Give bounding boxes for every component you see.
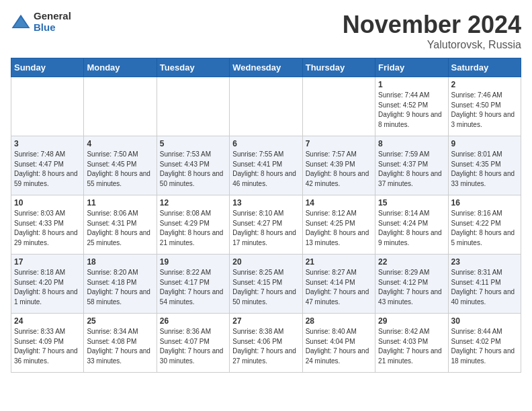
logo-general: General [34, 11, 71, 22]
day-info: Sunrise: 8:03 AMSunset: 4:33 PMDaylight:… [14, 209, 81, 248]
calendar-cell: 14 Sunrise: 8:12 AMSunset: 4:25 PMDaylig… [302, 195, 375, 255]
day-number: 15 [378, 198, 445, 208]
day-info: Sunrise: 8:38 AMSunset: 4:06 PMDaylight:… [232, 327, 299, 366]
day-info: Sunrise: 8:22 AMSunset: 4:17 PMDaylight:… [160, 268, 226, 307]
day-number: 8 [378, 139, 445, 148]
logo-blue: Blue [34, 22, 71, 34]
day-number: 1 [378, 80, 445, 89]
day-number: 2 [451, 80, 518, 89]
calendar-cell: 5 Sunrise: 7:53 AMSunset: 4:43 PMDayligh… [157, 136, 229, 195]
calendar-cell: 28 Sunrise: 8:40 AMSunset: 4:04 PMDaylig… [302, 314, 375, 373]
col-thursday: Thursday [302, 58, 375, 77]
day-info: Sunrise: 7:59 AMSunset: 4:37 PMDaylight:… [378, 150, 445, 189]
day-number: 14 [306, 198, 372, 208]
day-info: Sunrise: 8:12 AMSunset: 4:25 PMDaylight:… [306, 209, 372, 248]
calendar-cell: 4 Sunrise: 7:50 AMSunset: 4:45 PMDayligh… [84, 136, 157, 195]
day-number: 7 [306, 139, 372, 148]
title-month-year: November 2024 [343, 11, 521, 39]
calendar-cell: 7 Sunrise: 7:57 AMSunset: 4:39 PMDayligh… [302, 136, 375, 195]
calendar-cell [11, 77, 84, 136]
calendar-cell: 1 Sunrise: 7:44 AMSunset: 4:52 PMDayligh… [375, 77, 448, 136]
day-number: 4 [87, 139, 153, 148]
day-info: Sunrise: 8:33 AMSunset: 4:09 PMDaylight:… [14, 327, 81, 366]
day-info: Sunrise: 8:20 AMSunset: 4:18 PMDaylight:… [87, 268, 153, 307]
title-location: Yalutorovsk, Russia [343, 39, 521, 51]
day-info: Sunrise: 8:08 AMSunset: 4:29 PMDaylight:… [160, 209, 226, 248]
day-number: 18 [87, 257, 153, 267]
calendar-cell: 13 Sunrise: 8:10 AMSunset: 4:27 PMDaylig… [230, 195, 302, 255]
day-number: 5 [160, 139, 226, 148]
calendar-week-5: 24 Sunrise: 8:33 AMSunset: 4:09 PMDaylig… [11, 314, 521, 373]
col-tuesday: Tuesday [157, 58, 229, 77]
calendar-cell: 25 Sunrise: 8:34 AMSunset: 4:08 PMDaylig… [84, 314, 157, 373]
day-number: 17 [14, 257, 81, 267]
day-number: 24 [14, 316, 81, 326]
day-info: Sunrise: 8:42 AMSunset: 4:03 PMDaylight:… [378, 327, 445, 366]
day-info: Sunrise: 8:34 AMSunset: 4:08 PMDaylight:… [87, 327, 153, 366]
day-info: Sunrise: 8:01 AMSunset: 4:35 PMDaylight:… [451, 150, 518, 189]
logo: General Blue [11, 11, 71, 33]
calendar-cell: 9 Sunrise: 8:01 AMSunset: 4:35 PMDayligh… [448, 136, 521, 195]
day-info: Sunrise: 8:18 AMSunset: 4:20 PMDaylight:… [14, 268, 81, 307]
day-info: Sunrise: 7:44 AMSunset: 4:52 PMDaylight:… [378, 91, 445, 130]
day-info: Sunrise: 8:29 AMSunset: 4:12 PMDaylight:… [378, 268, 445, 307]
day-number: 11 [87, 198, 153, 208]
calendar-week-1: 1 Sunrise: 7:44 AMSunset: 4:52 PMDayligh… [11, 77, 521, 136]
calendar-cell: 19 Sunrise: 8:22 AMSunset: 4:17 PMDaylig… [157, 255, 229, 314]
day-info: Sunrise: 8:10 AMSunset: 4:27 PMDaylight:… [232, 209, 299, 248]
calendar-week-3: 10 Sunrise: 8:03 AMSunset: 4:33 PMDaylig… [11, 195, 521, 255]
calendar-cell: 3 Sunrise: 7:48 AMSunset: 4:47 PMDayligh… [11, 136, 84, 195]
calendar-cell: 11 Sunrise: 8:06 AMSunset: 4:31 PMDaylig… [84, 195, 157, 255]
calendar-cell [84, 77, 157, 136]
calendar-cell: 6 Sunrise: 7:55 AMSunset: 4:41 PMDayligh… [230, 136, 302, 195]
calendar-cell: 21 Sunrise: 8:27 AMSunset: 4:14 PMDaylig… [302, 255, 375, 314]
calendar-cell: 30 Sunrise: 8:44 AMSunset: 4:02 PMDaylig… [448, 314, 521, 373]
day-number: 16 [451, 198, 518, 208]
day-info: Sunrise: 7:50 AMSunset: 4:45 PMDaylight:… [87, 150, 153, 189]
day-number: 25 [87, 316, 153, 326]
day-info: Sunrise: 8:36 AMSunset: 4:07 PMDaylight:… [160, 327, 226, 366]
calendar-cell: 16 Sunrise: 8:16 AMSunset: 4:22 PMDaylig… [448, 195, 521, 255]
day-number: 30 [451, 316, 518, 326]
calendar-cell: 26 Sunrise: 8:36 AMSunset: 4:07 PMDaylig… [157, 314, 229, 373]
day-info: Sunrise: 7:48 AMSunset: 4:47 PMDaylight:… [14, 150, 81, 189]
logo-text: General Blue [34, 11, 71, 33]
calendar-cell: 27 Sunrise: 8:38 AMSunset: 4:06 PMDaylig… [230, 314, 302, 373]
col-wednesday: Wednesday [230, 58, 302, 77]
calendar-cell: 10 Sunrise: 8:03 AMSunset: 4:33 PMDaylig… [11, 195, 84, 255]
day-number: 22 [378, 257, 445, 267]
day-info: Sunrise: 7:46 AMSunset: 4:50 PMDaylight:… [451, 91, 518, 130]
calendar-cell: 20 Sunrise: 8:25 AMSunset: 4:15 PMDaylig… [230, 255, 302, 314]
calendar-cell: 17 Sunrise: 8:18 AMSunset: 4:20 PMDaylig… [11, 255, 84, 314]
day-info: Sunrise: 8:16 AMSunset: 4:22 PMDaylight:… [451, 209, 518, 248]
day-info: Sunrise: 8:44 AMSunset: 4:02 PMDaylight:… [451, 327, 518, 366]
title-block: November 2024 Yalutorovsk, Russia [343, 11, 521, 51]
calendar-table: Sunday Monday Tuesday Wednesday Thursday… [11, 58, 521, 373]
day-number: 20 [232, 257, 299, 267]
day-info: Sunrise: 8:06 AMSunset: 4:31 PMDaylight:… [87, 209, 153, 248]
day-number: 6 [232, 139, 299, 148]
day-info: Sunrise: 8:31 AMSunset: 4:11 PMDaylight:… [451, 268, 518, 307]
logo-icon [11, 12, 31, 32]
day-number: 9 [451, 139, 518, 148]
col-sunday: Sunday [11, 58, 84, 77]
col-saturday: Saturday [448, 58, 521, 77]
calendar-cell: 2 Sunrise: 7:46 AMSunset: 4:50 PMDayligh… [448, 77, 521, 136]
day-info: Sunrise: 8:25 AMSunset: 4:15 PMDaylight:… [232, 268, 299, 307]
calendar-cell: 24 Sunrise: 8:33 AMSunset: 4:09 PMDaylig… [11, 314, 84, 373]
calendar-cell: 22 Sunrise: 8:29 AMSunset: 4:12 PMDaylig… [375, 255, 448, 314]
col-friday: Friday [375, 58, 448, 77]
calendar-cell: 23 Sunrise: 8:31 AMSunset: 4:11 PMDaylig… [448, 255, 521, 314]
day-info: Sunrise: 8:14 AMSunset: 4:24 PMDaylight:… [378, 209, 445, 248]
col-monday: Monday [84, 58, 157, 77]
day-info: Sunrise: 8:27 AMSunset: 4:14 PMDaylight:… [306, 268, 372, 307]
day-number: 19 [160, 257, 226, 267]
day-number: 23 [451, 257, 518, 267]
page-header: General Blue November 2024 Yalutorovsk, … [11, 11, 521, 51]
calendar-header-row: Sunday Monday Tuesday Wednesday Thursday… [11, 58, 521, 77]
calendar-cell: 15 Sunrise: 8:14 AMSunset: 4:24 PMDaylig… [375, 195, 448, 255]
day-number: 13 [232, 198, 299, 208]
day-info: Sunrise: 7:55 AMSunset: 4:41 PMDaylight:… [232, 150, 299, 189]
day-number: 26 [160, 316, 226, 326]
day-number: 10 [14, 198, 81, 208]
